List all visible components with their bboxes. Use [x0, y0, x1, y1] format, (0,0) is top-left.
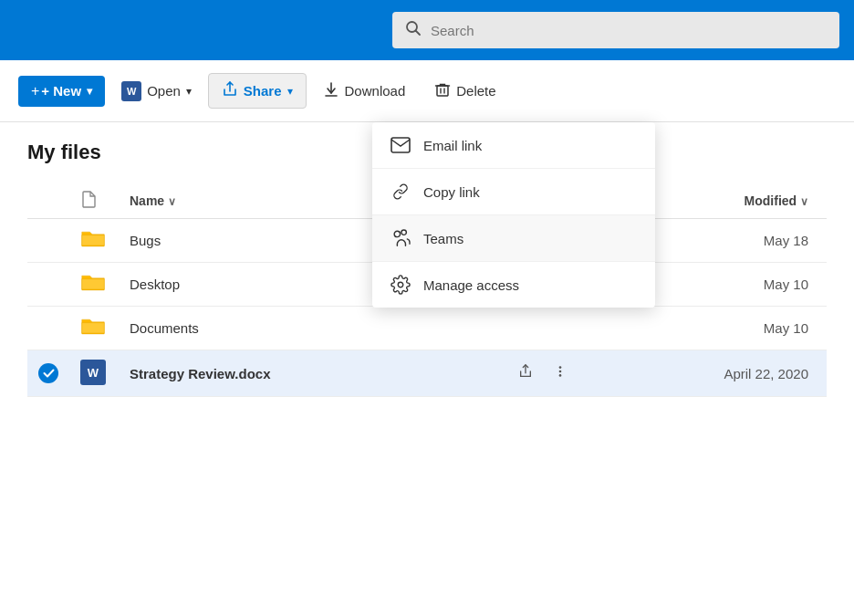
- row-icon-documents: [69, 307, 119, 350]
- row-date-documents: May 10: [591, 307, 827, 350]
- table-row[interactable]: Documents May 10: [27, 307, 827, 350]
- delete-icon: [434, 81, 451, 100]
- gear-icon: [391, 275, 411, 295]
- search-icon: [405, 20, 422, 40]
- teams-label: Teams: [423, 231, 463, 246]
- dropdown-item-teams[interactable]: Teams: [372, 215, 655, 262]
- name-sort-icon: ∨: [168, 195, 176, 208]
- new-label: + New: [41, 83, 81, 99]
- download-icon: [323, 81, 339, 100]
- open-chevron-icon: ▾: [186, 85, 192, 98]
- delete-label: Delete: [456, 83, 495, 99]
- row-check-documents[interactable]: [27, 307, 69, 350]
- share-dropdown: Email link Copy link Teams: [372, 122, 655, 308]
- row-date-strategy: April 22, 2020: [591, 350, 827, 397]
- col-icon-header: [69, 183, 119, 219]
- svg-point-12: [398, 282, 403, 287]
- manage-access-label: Manage access: [423, 277, 519, 293]
- share-button[interactable]: Share ▾: [208, 73, 307, 109]
- open-label: Open: [147, 83, 181, 99]
- row-icon-bugs: [69, 219, 119, 263]
- download-button[interactable]: Download: [310, 74, 419, 108]
- dropdown-item-email-link[interactable]: Email link: [372, 122, 655, 169]
- selected-check-icon: [38, 363, 58, 383]
- word-doc-icon: W: [80, 360, 106, 385]
- search-input[interactable]: [431, 23, 827, 38]
- row-name-documents[interactable]: Documents: [119, 307, 591, 350]
- new-chevron-icon: ▾: [87, 85, 92, 98]
- link-icon: [391, 182, 411, 202]
- svg-rect-5: [437, 86, 448, 96]
- dropdown-item-manage-access[interactable]: Manage access: [372, 262, 655, 308]
- new-plus-icon: +: [31, 83, 39, 99]
- share-chevron-icon: ▾: [287, 85, 293, 98]
- row-check-strategy[interactable]: [27, 350, 69, 397]
- col-modified-label: Modified: [745, 193, 797, 208]
- row-icon-desktop: [69, 263, 119, 307]
- svg-point-16: [559, 374, 562, 377]
- svg-point-14: [559, 366, 562, 369]
- share-icon: [222, 81, 238, 100]
- strategy-filename: Strategy Review.docx: [130, 366, 271, 381]
- svg-point-15: [559, 371, 562, 373]
- delete-button[interactable]: Delete: [422, 74, 508, 108]
- row-check-desktop[interactable]: [27, 263, 69, 307]
- new-button[interactable]: + + New ▾: [18, 76, 105, 107]
- row-name-strategy[interactable]: Strategy Review.docx: [119, 350, 591, 397]
- dropdown-item-copy-link[interactable]: Copy link: [372, 169, 655, 215]
- email-link-label: Email link: [423, 138, 482, 153]
- copy-link-label: Copy link: [423, 184, 480, 200]
- top-bar: [0, 0, 854, 60]
- email-icon: [391, 135, 411, 155]
- svg-line-1: [416, 31, 421, 36]
- table-row[interactable]: W Strategy Review.docx: [27, 350, 827, 397]
- row-icon-strategy: W: [69, 350, 119, 397]
- search-box[interactable]: [392, 12, 839, 48]
- col-check-header: [27, 183, 69, 219]
- open-button[interactable]: W Open ▾: [109, 74, 204, 109]
- toolbar: + + New ▾ W Open ▾ Share ▾ Down: [0, 60, 854, 122]
- row-share-button[interactable]: [515, 360, 536, 386]
- teams-icon: [391, 228, 411, 248]
- word-icon: W: [121, 81, 141, 101]
- col-name-label: Name: [130, 193, 164, 208]
- share-label: Share: [244, 83, 282, 99]
- svg-rect-9: [391, 138, 410, 152]
- download-label: Download: [345, 83, 406, 99]
- svg-point-11: [394, 231, 400, 236]
- modified-sort-icon: ∨: [800, 195, 808, 208]
- row-check-bugs[interactable]: [27, 219, 69, 263]
- row-more-button[interactable]: [549, 360, 571, 386]
- svg-point-10: [401, 230, 406, 235]
